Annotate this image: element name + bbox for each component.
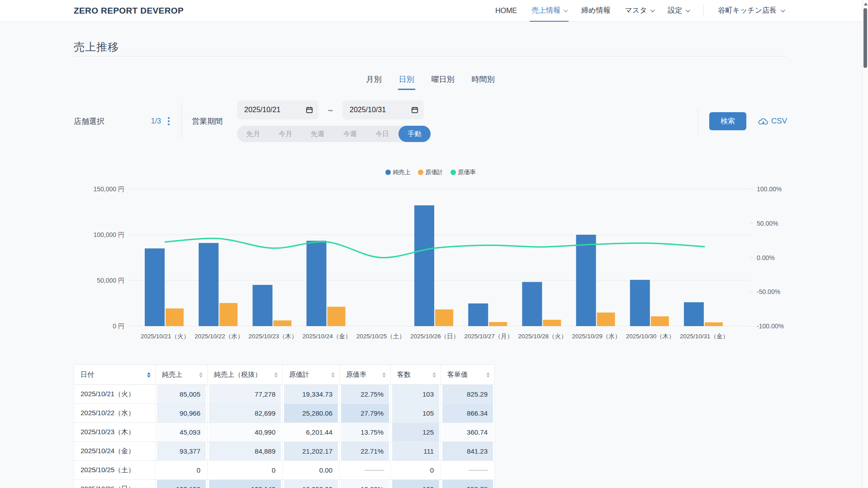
column-header-label: 原価率 [346, 370, 366, 379]
cell-value: 103 [392, 385, 439, 403]
store-count: 1/3 [151, 117, 161, 125]
column-header-net-sales-excl-tax[interactable]: 純売上（税抜） [208, 365, 283, 385]
column-header-net-sales[interactable]: 純売上 [156, 365, 208, 385]
cell-date: 2025/10/25（土） [74, 461, 156, 480]
quick-range-this-week[interactable]: 今週 [334, 126, 366, 142]
scrollbar-thumb[interactable] [863, 8, 867, 68]
nav-item-home[interactable]: HOME [495, 0, 517, 21]
column-header-cost-rate[interactable]: 原価率 [340, 365, 391, 385]
vertical-scrollbar[interactable] [862, 0, 868, 488]
cell-avg-spend: 950.78 [441, 480, 495, 488]
cell-value: 27.79% [341, 404, 389, 422]
cell-date: 2025/10/24（金） [74, 442, 156, 461]
sort-arrows-icon[interactable] [382, 372, 386, 378]
cell-net-sales: 90,966 [156, 404, 208, 423]
x-axis-label: 2025/10/25（土） [356, 333, 405, 340]
tab-monthly[interactable]: 月別 [365, 73, 383, 90]
cell-value: 0 [157, 461, 206, 479]
bar-cost [327, 307, 346, 326]
left-axis-label: 100,000 円 [94, 231, 125, 238]
cell-value: 0 [209, 461, 281, 479]
date-range-separator: ～ [327, 105, 334, 115]
cell-date: 2025/10/23（木） [74, 423, 156, 442]
date-from-field[interactable] [237, 100, 318, 119]
date-to-input[interactable] [350, 106, 403, 114]
cell-avg-spend: 360.74 [441, 423, 495, 442]
cell-value [341, 461, 389, 479]
bar-cost [273, 320, 291, 326]
cell-value: 139 [392, 480, 439, 488]
csv-download-link[interactable]: CSV [758, 117, 787, 126]
legend-item-原価率[interactable]: 原価率 [451, 168, 476, 176]
cell-net-sales-excl-tax: 0 [208, 461, 283, 480]
user-menu[interactable]: 谷町キッチン店長 [718, 6, 784, 15]
bar-net-sales [252, 285, 272, 326]
cell-net-sales: 85,005 [156, 385, 208, 404]
nav-item-label: 締め情報 [581, 6, 610, 15]
tab-daily[interactable]: 日別 [398, 73, 415, 90]
cell-customers: 111 [391, 442, 441, 461]
bar-net-sales [199, 243, 218, 326]
quick-range-this-month[interactable]: 今月 [269, 126, 301, 142]
right-axis-label: -100.00% [757, 322, 784, 330]
cell-cost-rate: 13.75% [340, 423, 391, 442]
scroll-up-icon[interactable] [864, 3, 868, 5]
cell-value: 40,990 [209, 423, 281, 441]
column-header-total-cost[interactable]: 原価計 [283, 365, 340, 385]
sort-arrows-icon[interactable] [432, 372, 436, 378]
calendar-icon[interactable] [306, 106, 313, 114]
sort-arrows-icon[interactable] [199, 372, 203, 378]
filter-bar: 店舗選択 1/3 営業期間 ～ [74, 100, 787, 142]
top-nav: ZERO REPORT DEVEROP HOME売上情報締め情報マスタ設定 谷町… [0, 0, 868, 22]
quick-range-today[interactable]: 今日 [366, 126, 398, 142]
nav-item-closing-info[interactable]: 締め情報 [581, 0, 610, 21]
cell-net-sales: 132,150 [156, 480, 208, 488]
kebab-menu-icon[interactable] [167, 116, 171, 126]
sort-arrows-icon[interactable] [147, 372, 151, 378]
period-label: 営業期間 [192, 116, 223, 127]
bar-net-sales [522, 282, 542, 326]
cell-cost-rate: 22.71% [340, 442, 391, 461]
legend-item-純売上[interactable]: 純売上 [385, 168, 411, 176]
cell-value: 841.23 [442, 442, 493, 460]
chevron-down-icon [781, 8, 785, 12]
sales-trend-chart: 150,000 円100,000 円50,000 円0 円100.00%50.0… [74, 179, 787, 353]
cell-value: 22.75% [341, 385, 389, 403]
cell-net-sales-excl-tax: 120,149 [208, 480, 283, 488]
column-header-date[interactable]: 日付 [74, 365, 156, 385]
column-header-label: 日付 [81, 370, 94, 379]
cell-total-cost: 19,334.73 [283, 385, 340, 404]
column-header-label: 原価計 [289, 370, 309, 379]
nav-item-sales-info[interactable]: 売上情報 [531, 0, 567, 21]
calendar-icon[interactable] [411, 106, 418, 114]
cell-value: 0 [392, 461, 439, 479]
legend-label: 原価率 [458, 168, 476, 176]
empty-value-dash [469, 470, 488, 471]
date-to-field[interactable] [342, 100, 424, 119]
column-header-customers[interactable]: 客数 [391, 365, 441, 385]
sort-arrows-icon[interactable] [274, 372, 278, 378]
sort-arrows-icon[interactable] [331, 372, 335, 378]
app-logo[interactable]: ZERO REPORT DEVEROP [74, 6, 184, 16]
quick-range-last-week[interactable]: 先週 [302, 126, 334, 142]
right-axis-label: 50.00% [757, 220, 778, 227]
quick-range-last-month[interactable]: 先月 [237, 126, 269, 142]
tab-hourly[interactable]: 時間別 [471, 73, 496, 90]
quick-range-manual[interactable]: 手動 [398, 126, 431, 142]
nav-item-settings[interactable]: 設定 [668, 0, 689, 21]
column-header-avg-spend[interactable]: 客単価 [441, 365, 495, 385]
left-axis-label: 0 円 [113, 322, 124, 330]
bar-cost [651, 316, 669, 326]
x-axis-label: 2025/10/26（日） [410, 333, 459, 340]
cell-value: 2025/10/21（火） [74, 385, 155, 403]
legend-item-原価計[interactable]: 原価計 [418, 168, 443, 176]
date-from-input[interactable] [244, 106, 298, 114]
legend-label: 原価計 [426, 168, 443, 176]
cell-value: 13.75% [341, 423, 389, 441]
x-axis-label: 2025/10/22（水） [194, 333, 243, 340]
sort-arrows-icon[interactable] [486, 372, 490, 378]
nav-item-master[interactable]: マスタ [625, 0, 653, 21]
cell-value: 2025/10/24（金） [74, 442, 155, 460]
tab-weekday[interactable]: 曜日別 [431, 73, 455, 90]
search-button[interactable]: 検索 [709, 112, 746, 130]
